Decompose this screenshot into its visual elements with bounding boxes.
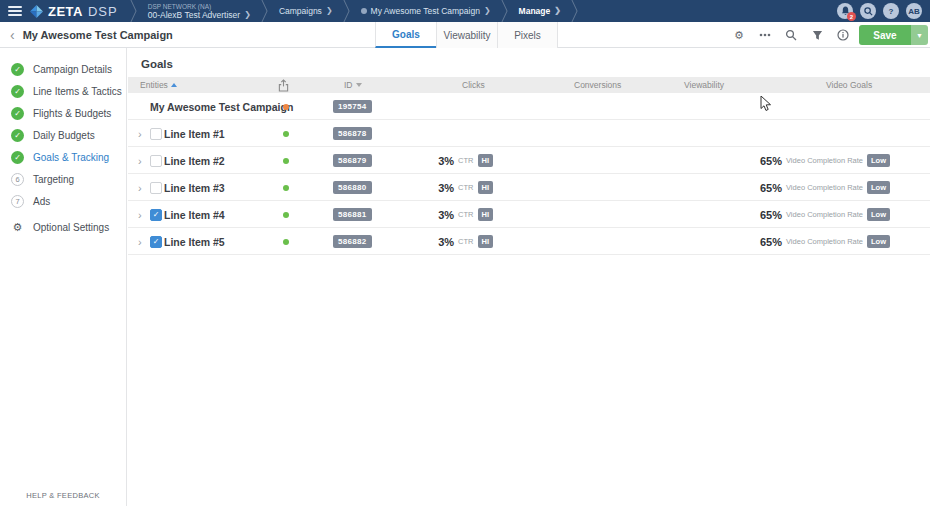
avatar[interactable]: AB bbox=[906, 3, 922, 19]
row-status-dot bbox=[283, 239, 289, 245]
table-row[interactable]: ›✓Line Item #55868823%CTRHI65%Video Comp… bbox=[128, 228, 930, 255]
column-header-id[interactable]: ID bbox=[344, 77, 362, 93]
breadcrumb-separator bbox=[499, 0, 511, 22]
breadcrumb-item[interactable]: DSP NETWORK (NA)00-AlexB Test Advertiser… bbox=[140, 0, 259, 22]
ctr-label: CTR bbox=[458, 183, 473, 192]
column-header-entities[interactable]: Entities bbox=[140, 77, 177, 93]
row-id-badge: 586878 bbox=[333, 127, 372, 140]
row-expand-chevron-icon[interactable]: › bbox=[138, 228, 142, 255]
settings-gear-icon[interactable]: ⚙ bbox=[732, 28, 746, 42]
ctr-label: CTR bbox=[458, 156, 473, 165]
sidebar-item-label: Line Items & Tactics bbox=[33, 86, 122, 97]
sidebar-item-targeting[interactable]: 6Targeting bbox=[0, 168, 126, 190]
question-icon: ? bbox=[889, 7, 894, 16]
sidebar-item-optional-settings[interactable]: ⚙Optional Settings bbox=[0, 216, 126, 238]
row-id-badge: 586881 bbox=[333, 208, 372, 221]
chevron-right-icon: ❯ bbox=[326, 6, 333, 16]
breadcrumb-text: Manage bbox=[519, 6, 551, 16]
help-feedback-link[interactable]: HELP & FEEDBACK bbox=[0, 491, 126, 500]
vcr-label: Video Completion Rate bbox=[786, 237, 863, 246]
sidebar-item-flights-budgets[interactable]: ✓Flights & Budgets bbox=[0, 102, 126, 124]
breadcrumb: DSP NETWORK (NA)00-AlexB Test Advertiser… bbox=[140, 0, 581, 22]
info-icon[interactable] bbox=[836, 28, 850, 42]
row-checkbox[interactable] bbox=[150, 128, 162, 140]
ctr-badge: HI bbox=[478, 154, 494, 167]
vcr-value: 65% bbox=[760, 209, 782, 221]
check-circle-icon: ✓ bbox=[11, 151, 24, 164]
gear-icon: ⚙ bbox=[11, 221, 24, 234]
row-expand-chevron-icon[interactable]: › bbox=[138, 174, 142, 201]
video-goal-metric: 65%Video Completion RateLow bbox=[760, 174, 890, 201]
table-header: Entities ID Clicks Conversions Viewabi bbox=[128, 77, 930, 93]
ctr-badge: HI bbox=[478, 235, 494, 248]
breadcrumb-separator bbox=[259, 0, 271, 22]
check-circle-icon: ✓ bbox=[11, 129, 24, 142]
breadcrumb-item[interactable]: My Awesome Test Campaign❯ bbox=[353, 0, 499, 22]
back-chevron-icon[interactable]: ‹ bbox=[0, 28, 23, 42]
row-checkbox[interactable] bbox=[150, 155, 162, 167]
row-entity-name: Line Item #1 bbox=[164, 120, 225, 147]
tab-viewability[interactable]: Viewability bbox=[436, 22, 497, 48]
breadcrumb-separator bbox=[569, 0, 581, 22]
breadcrumb-text: My Awesome Test Campaign bbox=[371, 6, 480, 16]
vcr-badge: Low bbox=[867, 154, 890, 167]
ctr-value: 3% bbox=[438, 155, 454, 167]
filter-icon[interactable] bbox=[810, 28, 824, 42]
tab-pixels[interactable]: Pixels bbox=[497, 22, 558, 48]
table-row[interactable]: ›Line Item #35868803%CTRHI65%Video Compl… bbox=[128, 174, 930, 201]
row-expand-chevron-icon[interactable]: › bbox=[138, 147, 142, 174]
search-icon[interactable] bbox=[784, 28, 798, 42]
row-checkbox[interactable] bbox=[150, 182, 162, 194]
ctr-label: CTR bbox=[458, 210, 473, 219]
menu-icon[interactable] bbox=[8, 6, 22, 16]
breadcrumb-item[interactable]: Manage❯ bbox=[511, 0, 569, 22]
section-heading: Goals bbox=[128, 48, 930, 70]
chevron-down-icon: ▼ bbox=[916, 32, 923, 39]
breadcrumb-text: Campaigns bbox=[279, 6, 322, 16]
tab-goals[interactable]: Goals bbox=[375, 22, 436, 48]
ctr-badge: HI bbox=[478, 208, 494, 221]
sidebar-item-label: Daily Budgets bbox=[33, 130, 95, 141]
breadcrumb-text: 00-AlexB Test Advertiser bbox=[148, 10, 240, 20]
vcr-value: 65% bbox=[760, 236, 782, 248]
help-button[interactable]: ? bbox=[883, 3, 899, 19]
table-row[interactable]: My Awesome Test Campaign195754 bbox=[128, 93, 930, 120]
row-checkbox[interactable]: ✓ bbox=[150, 236, 162, 248]
row-entity-name: My Awesome Test Campaign bbox=[150, 93, 293, 120]
breadcrumb-separator bbox=[341, 0, 353, 22]
sidebar-item-ads[interactable]: 7Ads bbox=[0, 190, 126, 212]
column-header-clicks[interactable]: Clicks bbox=[462, 77, 485, 93]
notifications-button[interactable]: 2 bbox=[837, 3, 853, 19]
brand-logo[interactable]: ZETA DSP bbox=[30, 4, 118, 19]
toolbar-icons: ⚙ bbox=[732, 22, 850, 48]
export-icon[interactable] bbox=[278, 77, 289, 93]
more-options-icon[interactable] bbox=[758, 28, 772, 42]
column-header-viewability[interactable]: Viewability bbox=[684, 77, 724, 93]
save-dropdown-button[interactable]: ▼ bbox=[911, 25, 928, 45]
row-status-dot bbox=[283, 158, 289, 164]
sidebar-item-label: Optional Settings bbox=[33, 222, 109, 233]
sidebar-item-goals-tracking[interactable]: ✓Goals & Tracking bbox=[0, 146, 126, 168]
ctr-label: CTR bbox=[458, 237, 473, 246]
vcr-label: Video Completion Rate bbox=[786, 183, 863, 192]
sidebar-item-label: Flights & Budgets bbox=[33, 108, 111, 119]
sidebar-item-campaign-details[interactable]: ✓Campaign Details bbox=[0, 58, 126, 80]
row-expand-chevron-icon[interactable]: › bbox=[138, 120, 142, 147]
column-header-video-goals[interactable]: Video Goals bbox=[826, 77, 872, 93]
table-row[interactable]: ›Line Item #25868793%CTRHI65%Video Compl… bbox=[128, 147, 930, 174]
global-search-button[interactable] bbox=[860, 3, 876, 19]
sidebar-item-line-items-tactics[interactable]: ✓Line Items & Tactics bbox=[0, 80, 126, 102]
row-id-badge: 195754 bbox=[333, 100, 372, 113]
column-header-conversions[interactable]: Conversions bbox=[574, 77, 621, 93]
row-expand-chevron-icon[interactable]: › bbox=[138, 201, 142, 228]
sidebar-item-daily-budgets[interactable]: ✓Daily Budgets bbox=[0, 124, 126, 146]
breadcrumb-item[interactable]: Campaigns❯ bbox=[271, 0, 341, 22]
sort-asc-icon bbox=[171, 83, 177, 87]
table-row[interactable]: ›✓Line Item #45868813%CTRHI65%Video Comp… bbox=[128, 201, 930, 228]
row-entity-name: Line Item #2 bbox=[164, 147, 225, 174]
save-button[interactable]: Save bbox=[859, 25, 911, 45]
row-checkbox[interactable]: ✓ bbox=[150, 209, 162, 221]
top-nav-bar: ZETA DSP DSP NETWORK (NA)00-AlexB Test A… bbox=[0, 0, 930, 22]
brand-suffix: DSP bbox=[88, 4, 118, 19]
table-row[interactable]: ›Line Item #1586878 bbox=[128, 120, 930, 147]
